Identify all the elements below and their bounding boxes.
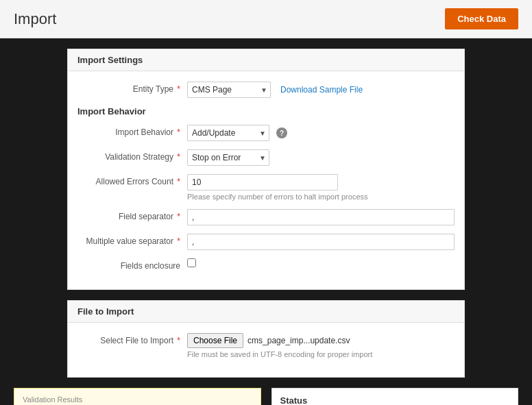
- main-content: Import Settings Entity Type * CMS Page P…: [0, 38, 532, 405]
- required-marker4: *: [177, 177, 180, 186]
- fields-enclosure-control: [187, 258, 196, 267]
- file-import-body: Select File to Import * Choose File cms_…: [68, 323, 464, 377]
- allowed-errors-label: Allowed Errors Count *: [77, 174, 187, 186]
- fields-enclosure-label: Fields enclosure: [77, 258, 187, 271]
- allowed-errors-input[interactable]: [187, 174, 338, 191]
- validation-strategy-select[interactable]: Stop on Error Skip on Error: [187, 149, 269, 166]
- select-file-label: Select File to Import *: [77, 333, 187, 345]
- required-marker2: *: [177, 127, 180, 137]
- validation-strategy-row: Validation Strategy * Stop on Error Skip…: [77, 149, 455, 166]
- multiple-value-separator-input[interactable]: [187, 234, 455, 250]
- file-import-card: File to Import Select File to Import * C…: [67, 300, 465, 378]
- validation-strategy-label: Validation Strategy *: [77, 149, 187, 162]
- entity-type-select[interactable]: CMS Page Products Customers Advanced Pri…: [187, 82, 271, 98]
- fields-enclosure-row: Fields enclosure: [77, 258, 455, 271]
- download-sample-link[interactable]: Download Sample File: [280, 85, 363, 95]
- page-title: Import: [14, 10, 56, 28]
- allowed-errors-hint: Please specify number of errors to halt …: [187, 193, 368, 201]
- fields-enclosure-checkbox[interactable]: [187, 258, 196, 267]
- required-marker7: *: [177, 336, 180, 345]
- bottom-section: Validation Results ✔ File is valid! To s…: [14, 388, 518, 405]
- import-settings-body: Entity Type * CMS Page Products Customer…: [68, 71, 464, 289]
- import-settings-card: Import Settings Entity Type * CMS Page P…: [67, 49, 465, 290]
- import-behavior-section-title: Import Behavior: [77, 106, 455, 116]
- file-input-wrapper: Choose File cms_page_imp...update.csv: [187, 333, 372, 348]
- required-marker6: *: [177, 236, 180, 246]
- page-header: Import Check Data: [0, 0, 532, 38]
- check-data-button[interactable]: Check Data: [445, 8, 518, 29]
- import-behavior-row: Import Behavior * Add/Update Replace Del…: [77, 125, 455, 141]
- validation-strategy-select-wrap: Stop on Error Skip on Error ▼: [187, 149, 269, 166]
- select-file-control: Choose File cms_page_imp...update.csv Fi…: [187, 333, 372, 358]
- select-file-row: Select File to Import * Choose File cms_…: [77, 333, 455, 358]
- entity-type-row: Entity Type * CMS Page Products Customer…: [77, 82, 455, 98]
- file-hint: File must be saved in UTF-8 encoding for…: [187, 350, 372, 358]
- allowed-errors-control: Please specify number of errors to halt …: [187, 174, 368, 201]
- status-card: Status ✔ Import successfully done: [271, 388, 519, 405]
- field-separator-label: Field separator *: [77, 209, 187, 221]
- status-title: Status: [280, 395, 510, 405]
- validation-strategy-control: Stop on Error Skip on Error ▼: [187, 149, 269, 166]
- multiple-value-separator-label: Multiple value separator *: [77, 234, 187, 246]
- entity-type-label: Entity Type *: [77, 82, 187, 94]
- import-behavior-control: Add/Update Replace Delete ▼ ?: [187, 125, 287, 141]
- file-name-display: cms_page_imp...update.csv: [247, 336, 350, 345]
- import-behavior-select-wrap: Add/Update Replace Delete ▼: [187, 125, 269, 141]
- validation-results-card: Validation Results ✔ File is valid! To s…: [14, 388, 261, 405]
- help-icon[interactable]: ?: [276, 127, 287, 138]
- import-settings-title: Import Settings: [68, 49, 464, 71]
- required-marker3: *: [177, 152, 180, 162]
- required-marker: *: [177, 84, 180, 94]
- import-behavior-select[interactable]: Add/Update Replace Delete: [187, 125, 269, 141]
- field-separator-row: Field separator *: [77, 209, 455, 225]
- multiple-value-separator-row: Multiple value separator *: [77, 234, 455, 250]
- import-behavior-label: Import Behavior *: [77, 125, 187, 137]
- choose-file-button[interactable]: Choose File: [187, 333, 243, 348]
- entity-type-select-wrap: CMS Page Products Customers Advanced Pri…: [187, 82, 271, 98]
- validation-results-title: Validation Results: [23, 395, 252, 404]
- file-import-title: File to Import: [68, 301, 464, 323]
- required-marker5: *: [177, 212, 180, 221]
- entity-type-control: CMS Page Products Customers Advanced Pri…: [187, 82, 363, 98]
- allowed-errors-row: Allowed Errors Count * Please specify nu…: [77, 174, 455, 201]
- field-separator-input[interactable]: [187, 209, 455, 225]
